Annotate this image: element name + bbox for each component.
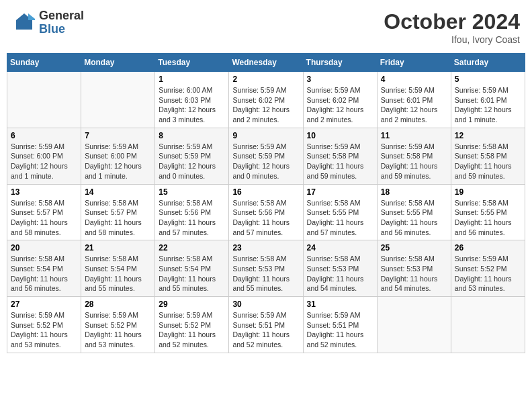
day-number: 16 [232,187,299,197]
day-number: 9 [232,131,299,140]
day-number: 11 [381,131,447,140]
day-number: 13 [11,187,77,197]
day-info: Sunrise: 5:58 AM Sunset: 5:54 PM Dayligh… [85,254,151,293]
day-info: Sunrise: 5:58 AM Sunset: 5:55 PM Dayligh… [307,198,373,238]
calendar-cell: 24Sunrise: 5:58 AM Sunset: 5:53 PM Dayli… [303,240,377,297]
page-header: General Blue October 2024 Ifou, Ivory Co… [7,7,525,48]
calendar-cell: 16Sunrise: 5:58 AM Sunset: 5:56 PM Dayli… [229,184,303,240]
day-number: 15 [159,187,225,197]
day-info: Sunrise: 5:58 AM Sunset: 5:55 PM Dayligh… [455,198,521,238]
day-number: 17 [307,187,373,197]
weekday-header: Monday [81,54,155,72]
logo-line2: Blue [39,23,84,36]
calendar-cell: 9Sunrise: 5:59 AM Sunset: 5:59 PM Daylig… [229,128,303,184]
calendar-cell: 29Sunrise: 5:59 AM Sunset: 5:52 PM Dayli… [155,297,229,353]
logo-line1: General [39,9,84,23]
day-info: Sunrise: 5:59 AM Sunset: 5:51 PM Dayligh… [307,310,373,350]
calendar-cell: 17Sunrise: 5:58 AM Sunset: 5:55 PM Dayli… [303,184,377,240]
calendar-cell: 25Sunrise: 5:58 AM Sunset: 5:53 PM Dayli… [377,240,451,297]
day-info: Sunrise: 5:58 AM Sunset: 5:54 PM Dayligh… [11,254,77,293]
day-info: Sunrise: 5:59 AM Sunset: 6:00 PM Dayligh… [11,142,77,181]
day-info: Sunrise: 5:59 AM Sunset: 6:01 PM Dayligh… [455,85,521,125]
weekday-header: Sunday [7,54,81,72]
day-number: 29 [159,300,225,309]
calendar-week-row: 1Sunrise: 6:00 AM Sunset: 6:03 PM Daylig… [7,72,525,128]
calendar-cell: 8Sunrise: 5:59 AM Sunset: 5:59 PM Daylig… [155,128,229,184]
calendar-cell: 18Sunrise: 5:58 AM Sunset: 5:55 PM Dayli… [377,184,451,240]
day-info: Sunrise: 5:59 AM Sunset: 6:02 PM Dayligh… [307,85,373,125]
calendar-cell: 26Sunrise: 5:59 AM Sunset: 5:52 PM Dayli… [451,240,525,297]
calendar-cell: 31Sunrise: 5:59 AM Sunset: 5:51 PM Dayli… [303,297,377,353]
calendar-cell: 2Sunrise: 5:59 AM Sunset: 6:02 PM Daylig… [229,72,303,128]
day-number: 4 [381,75,447,84]
calendar-cell: 4Sunrise: 5:59 AM Sunset: 6:01 PM Daylig… [377,72,451,128]
day-info: Sunrise: 5:59 AM Sunset: 5:52 PM Dayligh… [85,310,151,350]
day-number: 6 [11,131,77,140]
day-info: Sunrise: 5:59 AM Sunset: 5:52 PM Dayligh… [455,254,521,293]
calendar-cell: 12Sunrise: 5:58 AM Sunset: 5:58 PM Dayli… [451,128,525,184]
day-info: Sunrise: 5:58 AM Sunset: 5:56 PM Dayligh… [232,198,299,238]
day-number: 2 [232,75,299,84]
calendar-table: SundayMondayTuesdayWednesdayThursdayFrid… [7,53,525,353]
day-info: Sunrise: 5:58 AM Sunset: 5:58 PM Dayligh… [455,142,521,181]
calendar-cell: 20Sunrise: 5:58 AM Sunset: 5:54 PM Dayli… [7,240,81,297]
weekday-header: Tuesday [155,54,229,72]
day-number: 18 [381,187,447,197]
calendar-week-row: 27Sunrise: 5:59 AM Sunset: 5:52 PM Dayli… [7,297,525,353]
day-info: Sunrise: 5:58 AM Sunset: 5:54 PM Dayligh… [159,254,225,293]
day-info: Sunrise: 5:58 AM Sunset: 5:55 PM Dayligh… [381,198,447,238]
calendar-week-row: 20Sunrise: 5:58 AM Sunset: 5:54 PM Dayli… [7,240,525,297]
day-info: Sunrise: 5:58 AM Sunset: 5:57 PM Dayligh… [85,198,151,238]
calendar-week-row: 6Sunrise: 5:59 AM Sunset: 6:00 PM Daylig… [7,128,525,184]
day-info: Sunrise: 5:59 AM Sunset: 6:00 PM Dayligh… [85,142,151,181]
calendar-cell: 10Sunrise: 5:59 AM Sunset: 5:58 PM Dayli… [303,128,377,184]
calendar-cell: 15Sunrise: 5:58 AM Sunset: 5:56 PM Dayli… [155,184,229,240]
title-block: October 2024 Ifou, Ivory Coast [384,9,520,45]
day-number: 8 [159,131,225,140]
day-info: Sunrise: 5:59 AM Sunset: 5:52 PM Dayligh… [11,310,77,350]
day-info: Sunrise: 5:59 AM Sunset: 5:58 PM Dayligh… [381,142,447,181]
day-info: Sunrise: 5:59 AM Sunset: 5:51 PM Dayligh… [232,310,299,350]
calendar-cell: 1Sunrise: 6:00 AM Sunset: 6:03 PM Daylig… [155,72,229,128]
calendar-cell: 6Sunrise: 5:59 AM Sunset: 6:00 PM Daylig… [7,128,81,184]
day-number: 27 [11,300,77,309]
calendar-cell [81,72,155,128]
calendar-cell: 30Sunrise: 5:59 AM Sunset: 5:51 PM Dayli… [229,297,303,353]
weekday-header: Saturday [451,54,525,72]
calendar-cell [451,297,525,353]
day-number: 12 [455,131,521,140]
calendar-week-row: 13Sunrise: 5:58 AM Sunset: 5:57 PM Dayli… [7,184,525,240]
logo-text: General Blue [39,9,84,36]
day-info: Sunrise: 5:59 AM Sunset: 6:02 PM Dayligh… [232,85,299,125]
weekday-header: Thursday [303,54,377,72]
day-info: Sunrise: 5:59 AM Sunset: 6:01 PM Dayligh… [381,85,447,125]
weekday-header-row: SundayMondayTuesdayWednesdayThursdayFrid… [7,54,525,72]
day-number: 14 [85,187,151,197]
day-info: Sunrise: 5:58 AM Sunset: 5:57 PM Dayligh… [11,198,77,238]
calendar-cell: 14Sunrise: 5:58 AM Sunset: 5:57 PM Dayli… [81,184,155,240]
day-number: 5 [455,75,521,84]
day-number: 26 [455,243,521,253]
day-info: Sunrise: 5:58 AM Sunset: 5:53 PM Dayligh… [232,254,299,293]
month-title: October 2024 [384,9,520,34]
day-number: 21 [85,243,151,253]
calendar-cell: 13Sunrise: 5:58 AM Sunset: 5:57 PM Dayli… [7,184,81,240]
day-number: 25 [381,243,447,253]
calendar-cell: 21Sunrise: 5:58 AM Sunset: 5:54 PM Dayli… [81,240,155,297]
day-number: 28 [85,300,151,309]
day-number: 22 [159,243,225,253]
day-number: 31 [307,300,373,309]
day-number: 10 [307,131,373,140]
day-number: 24 [307,243,373,253]
location: Ifou, Ivory Coast [384,34,520,45]
calendar-cell: 22Sunrise: 5:58 AM Sunset: 5:54 PM Dayli… [155,240,229,297]
day-info: Sunrise: 5:58 AM Sunset: 5:56 PM Dayligh… [159,198,225,238]
calendar-cell: 27Sunrise: 5:59 AM Sunset: 5:52 PM Dayli… [7,297,81,353]
logo: General Blue [12,9,84,36]
day-info: Sunrise: 5:58 AM Sunset: 5:53 PM Dayligh… [381,254,447,293]
day-number: 7 [85,131,151,140]
day-info: Sunrise: 5:58 AM Sunset: 5:53 PM Dayligh… [307,254,373,293]
day-number: 30 [232,300,299,309]
day-info: Sunrise: 6:00 AM Sunset: 6:03 PM Dayligh… [159,85,225,125]
calendar-cell: 7Sunrise: 5:59 AM Sunset: 6:00 PM Daylig… [81,128,155,184]
